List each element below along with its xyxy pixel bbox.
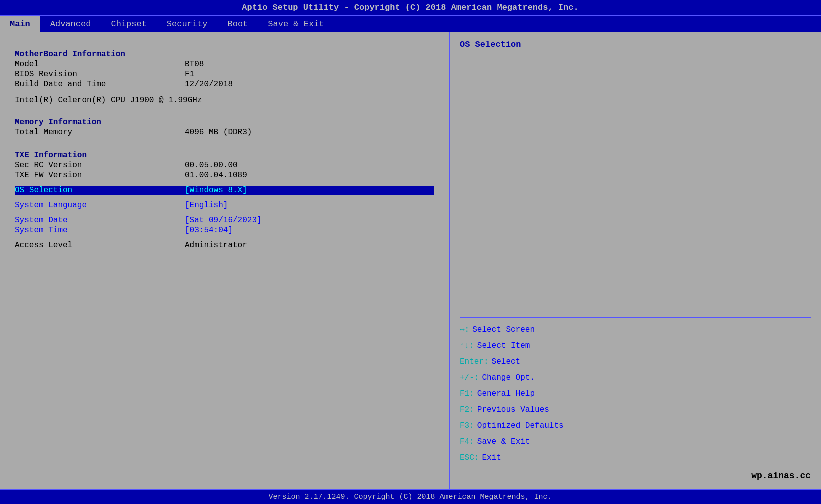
section-memory: Memory Information	[15, 118, 434, 127]
nav-item-save-exit[interactable]: Save & Exit	[258, 16, 334, 32]
hint-select-item: ↑↓: Select Item	[460, 338, 811, 354]
left-panel: MotherBoard Information Model BT08 BIOS …	[0, 32, 450, 489]
section-motherboard: MotherBoard Information	[15, 50, 434, 59]
bios-value: F1	[185, 70, 194, 79]
os-selection-value[interactable]: [Windows 8.X]	[185, 186, 248, 195]
footer-text: Version 2.17.1249. Copyright (C) 2018 Am…	[268, 493, 552, 501]
hint-desc-change-opt: Change Opt.	[482, 370, 535, 386]
hint-desc-f1: General Help	[478, 386, 535, 402]
key-hints: ↔: Select Screen ↑↓: Select Item Enter: …	[460, 322, 811, 466]
sys-time-value[interactable]: [03:54:04]	[185, 226, 233, 235]
hint-sym-f3: F3:	[460, 418, 474, 434]
model-value: BT08	[185, 60, 204, 69]
nav-item-main[interactable]: Main	[0, 16, 40, 32]
row-sys-language[interactable]: System Language [English]	[15, 201, 434, 210]
row-total-memory: Total Memory 4096 MB (DDR3)	[15, 128, 434, 137]
hint-f2: F2: Previous Values	[460, 402, 811, 418]
section-txe: TXE Information	[15, 151, 434, 160]
hint-sym-f4: F4:	[460, 434, 474, 450]
sys-language-value[interactable]: [English]	[185, 201, 228, 210]
hint-sym-esc: ESC:	[460, 450, 479, 466]
nav-item-advanced[interactable]: Advanced	[40, 16, 102, 32]
hint-desc-enter: Select	[492, 354, 521, 370]
sys-date-value[interactable]: [Sat 09/16/2023]	[185, 216, 262, 225]
hint-desc-esc: Exit	[482, 450, 501, 466]
total-memory-label: Total Memory	[15, 128, 185, 137]
nav-item-security[interactable]: Security	[157, 16, 218, 32]
right-panel: OS Selection ↔: Select Screen ↑↓: Select…	[450, 32, 821, 489]
help-title: OS Selection	[460, 40, 811, 313]
cpu-info: Intel(R) Celeron(R) CPU J1900 @ 1.99GHz	[15, 96, 434, 105]
hint-sym-f2: F2:	[460, 402, 474, 418]
hint-select-screen: ↔: Select Screen	[460, 322, 811, 338]
hint-desc-select-screen: Select Screen	[472, 322, 535, 338]
row-build: Build Date and Time 12/20/2018	[15, 80, 434, 89]
row-sys-time[interactable]: System Time [03:54:04]	[15, 226, 434, 235]
row-sys-date[interactable]: System Date [Sat 09/16/2023]	[15, 216, 434, 225]
hint-f3: F3: Optimized Defaults	[460, 418, 811, 434]
hint-change-opt: +/-: Change Opt.	[460, 370, 811, 386]
help-title-text: OS Selection	[460, 40, 521, 49]
os-selection-label: OS Selection	[15, 186, 185, 195]
build-value: 12/20/2018	[185, 80, 233, 89]
txe-fw-label: TXE FW Version	[15, 171, 185, 180]
sys-language-label: System Language	[15, 201, 185, 210]
build-label: Build Date and Time	[15, 80, 185, 89]
row-sec-rc: Sec RC Version 00.05.00.00	[15, 161, 434, 170]
title-bar: Aptio Setup Utility - Copyright (C) 2018…	[0, 0, 821, 15]
hint-desc-f3: Optimized Defaults	[478, 418, 564, 434]
hint-desc-f2: Previous Values	[478, 402, 550, 418]
sys-date-label: System Date	[15, 216, 185, 225]
panel-divider	[460, 317, 811, 318]
sec-rc-value: 00.05.00.00	[185, 161, 238, 170]
nav-item-boot[interactable]: Boot	[218, 16, 258, 32]
access-label: Access Level	[15, 241, 185, 250]
main-content: MotherBoard Information Model BT08 BIOS …	[0, 32, 821, 489]
hint-sym-enter: Enter:	[460, 354, 489, 370]
hint-sym-change-opt: +/-:	[460, 370, 479, 386]
hint-sym-f1: F1:	[460, 386, 474, 402]
title-text: Aptio Setup Utility - Copyright (C) 2018…	[242, 3, 578, 12]
bios-label: BIOS Revision	[15, 70, 185, 79]
model-label: Model	[15, 60, 185, 69]
row-txe-fw: TXE FW Version 01.00.04.1089	[15, 171, 434, 180]
footer-bar: Version 2.17.1249. Copyright (C) 2018 Am…	[0, 489, 821, 504]
row-access-level: Access Level Administrator	[15, 241, 434, 250]
hint-f1: F1: General Help	[460, 386, 811, 402]
hint-enter-select: Enter: Select	[460, 354, 811, 370]
txe-fw-value: 01.00.04.1089	[185, 171, 248, 180]
nav-bar: Main Advanced Chipset Security Boot Save…	[0, 15, 821, 32]
sys-time-label: System Time	[15, 226, 185, 235]
hint-desc-f4: Save & Exit	[478, 434, 530, 450]
sec-rc-label: Sec RC Version	[15, 161, 185, 170]
hint-esc: ESC: Exit	[460, 450, 811, 466]
row-bios: BIOS Revision F1	[15, 70, 434, 79]
total-memory-value: 4096 MB (DDR3)	[185, 128, 252, 137]
row-os-selection[interactable]: OS Selection [Windows 8.X]	[15, 186, 434, 195]
nav-item-chipset[interactable]: Chipset	[101, 16, 156, 32]
row-model: Model BT08	[15, 60, 434, 69]
watermark: wp.ainas.cc	[460, 466, 811, 481]
hint-desc-select-item: Select Item	[478, 338, 530, 354]
hint-sym-select-screen: ↔:	[460, 322, 470, 338]
hint-f4: F4: Save & Exit	[460, 434, 811, 450]
access-value: Administrator	[185, 241, 248, 250]
hint-sym-select-item: ↑↓:	[460, 338, 474, 354]
